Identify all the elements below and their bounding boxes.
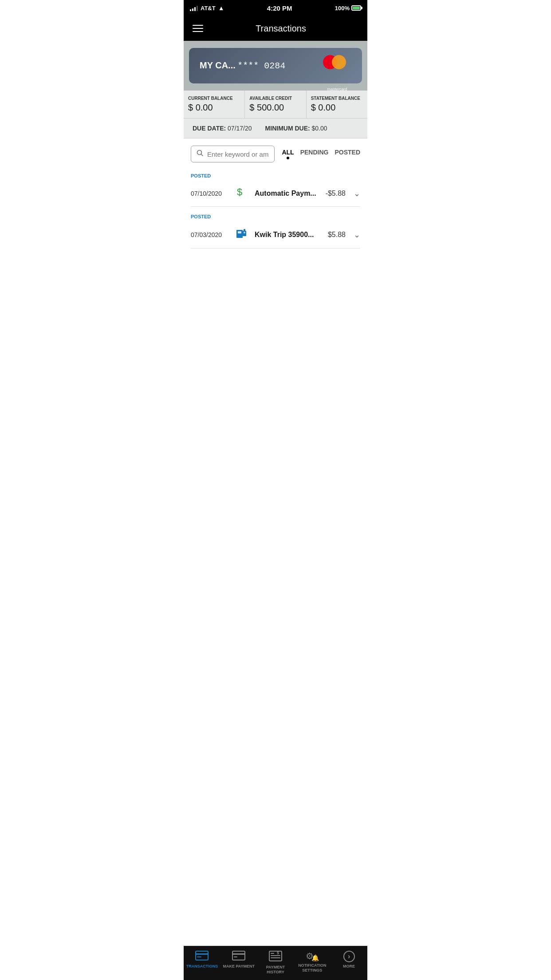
card-number: **** 0284	[237, 61, 285, 71]
card-name: MY CA...	[200, 60, 236, 70]
svg-point-7	[244, 232, 245, 233]
due-date-label: DUE DATE:	[193, 125, 226, 132]
svg-rect-6	[244, 229, 245, 231]
minimum-due-value: $0.00	[312, 125, 327, 132]
transaction-status-1: POSTED	[191, 173, 360, 178]
card-info: MY CA... **** 0284	[200, 60, 285, 71]
table-row[interactable]: 07/03/2020 Kwik Trip 35900... $5.88 ⌄	[191, 221, 360, 249]
filter-all-wrap: ALL	[282, 149, 294, 159]
current-balance-amount: $ 0.00	[188, 103, 240, 113]
mc-orange-circle	[332, 55, 346, 69]
available-credit-item: AVAILABLE CREDIT $ 500.00	[245, 91, 306, 118]
svg-text:$: $	[237, 186, 242, 198]
chevron-down-icon: ⌄	[354, 230, 360, 240]
payment-icon: $	[233, 186, 249, 201]
transaction-name-1: Automatic Paym...	[255, 190, 320, 198]
due-date-row: DUE DATE: 07/17/20 MINIMUM DUE: $0.00	[184, 119, 367, 138]
svg-line-1	[201, 154, 203, 156]
transaction-amount-2: $5.88	[328, 231, 346, 239]
statement-balance-item: STATEMENT BALANCE $ 0.00	[307, 91, 367, 118]
page-title: Transactions	[203, 24, 358, 34]
statement-balance-amount: $ 0.00	[311, 103, 363, 113]
available-credit-label: AVAILABLE CREDIT	[249, 96, 301, 101]
card-section: MY CA... **** 0284 mastercard	[184, 41, 367, 91]
battery-icon	[351, 5, 361, 11]
current-balance-label: CURRENT BALANCE	[188, 96, 240, 101]
card-visual[interactable]: MY CA... **** 0284 mastercard	[189, 48, 362, 83]
status-right: 100%	[335, 5, 361, 12]
search-input[interactable]	[207, 150, 269, 158]
main-content: MY CA... **** 0284 mastercard CURRENT BA…	[184, 41, 367, 284]
available-credit-amount: $ 500.00	[249, 103, 301, 113]
search-section: ALL PENDING POSTED	[184, 138, 367, 166]
chevron-down-icon: ⌄	[354, 189, 360, 198]
mc-text: mastercard	[327, 87, 347, 91]
status-bar: AT&T ▲ 4:20 PM 100%	[184, 0, 367, 16]
transaction-group-2: POSTED 07/03/2020 Kwik Trip 35900... $5.…	[191, 214, 360, 249]
status-time: 4:20 PM	[267, 4, 292, 12]
status-left: AT&T ▲	[190, 4, 224, 12]
statement-balance-label: STATEMENT BALANCE	[311, 96, 363, 101]
signal-bars	[190, 5, 198, 11]
gas-station-icon	[233, 226, 249, 243]
filter-all-button[interactable]: ALL	[282, 149, 294, 156]
filter-pending-wrap: PENDING	[300, 149, 329, 156]
filter-active-dot	[287, 157, 289, 159]
app-header: Transactions	[184, 16, 367, 41]
due-date-item: DUE DATE: 07/17/20	[193, 125, 252, 132]
transaction-status-2: POSTED	[191, 214, 360, 219]
svg-rect-3	[236, 230, 243, 238]
transaction-name-2: Kwik Trip 35900...	[255, 231, 323, 239]
transaction-date-1: 07/10/2020	[191, 190, 228, 197]
minimum-due-item: MINIMUM DUE: $0.00	[265, 125, 327, 132]
balance-row: CURRENT BALANCE $ 0.00 AVAILABLE CREDIT …	[184, 91, 367, 119]
minimum-due-label: MINIMUM DUE:	[265, 125, 310, 132]
due-date-value: 07/17/20	[228, 125, 252, 132]
transaction-date-2: 07/03/2020	[191, 231, 228, 238]
transaction-group-1: POSTED 07/10/2020 $ Automatic Paym... -$…	[191, 173, 360, 207]
search-box[interactable]	[191, 146, 275, 162]
svg-rect-4	[238, 231, 241, 233]
carrier-label: AT&T	[201, 5, 216, 12]
filter-pending-button[interactable]: PENDING	[300, 149, 329, 156]
wifi-icon: ▲	[218, 4, 224, 12]
table-row[interactable]: 07/10/2020 $ Automatic Paym... -$5.88 ⌄	[191, 180, 360, 207]
battery-percent: 100%	[335, 5, 350, 12]
menu-button[interactable]	[193, 25, 203, 32]
filter-posted-wrap: POSTED	[335, 149, 360, 156]
transactions-list: POSTED 07/10/2020 $ Automatic Paym... -$…	[184, 173, 367, 249]
mastercard-logo: mastercard	[323, 54, 351, 77]
transaction-amount-1: -$5.88	[326, 190, 346, 198]
search-icon	[197, 150, 204, 158]
filter-buttons: ALL PENDING POSTED	[282, 149, 360, 159]
current-balance-item: CURRENT BALANCE $ 0.00	[184, 91, 245, 118]
filter-posted-button[interactable]: POSTED	[335, 149, 360, 156]
